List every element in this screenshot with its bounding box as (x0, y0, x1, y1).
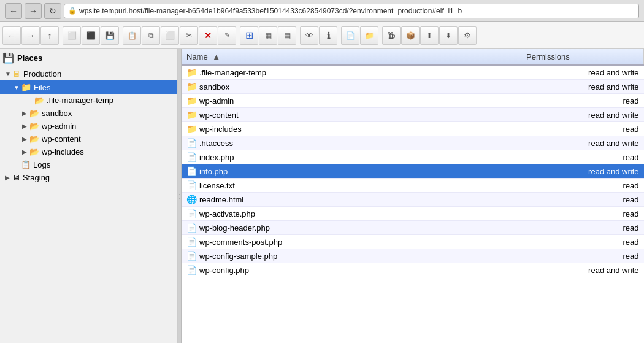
table-row[interactable]: 📁 sandbox read and write (182, 80, 644, 94)
sidebar-item-files[interactable]: ▼ 📁 Files (0, 80, 177, 94)
wpincludes-folder-icon: 📂 (29, 147, 39, 156)
table-row[interactable]: 📁 wp-content read and write (182, 108, 644, 122)
table-row[interactable]: 📄 wp-blog-header.php read (182, 221, 644, 235)
file-name-label: .htaccess (199, 139, 233, 148)
table-row[interactable]: 🌐 readme.html read (182, 193, 644, 207)
file-type-icon: 📁 (186, 96, 197, 106)
browser-nav-bar: ← → ↻ 🔒 wpsite.tempurl.host/file-manager… (0, 0, 644, 22)
file-list-panel: Name ▲ Permissions 📁 .file-manager-temp … (182, 49, 644, 343)
table-header-row: Name ▲ Permissions (182, 49, 644, 65)
tb-copy2-btn[interactable]: ⬜ (63, 26, 81, 45)
browser-back-button[interactable]: ← (5, 3, 22, 19)
file-type-icon: 📄 (186, 152, 197, 162)
sidebar-item-wp-includes[interactable]: ▶ 📂 wp-includes (0, 145, 177, 158)
tb-delete-btn[interactable]: ✕ (199, 26, 217, 45)
sidebar-item-production[interactable]: ▼ 🖥 Production (0, 67, 177, 80)
sort-arrow-icon: ▲ (212, 52, 220, 61)
file-name-cell: 📄 license.txt (182, 179, 521, 193)
name-col-resize[interactable] (518, 49, 521, 64)
file-name-label: wp-admin (199, 96, 234, 106)
tb-view-list-btn[interactable]: ▤ (278, 26, 296, 45)
sandbox-folder-icon: 📂 (29, 109, 39, 118)
address-bar[interactable]: 🔒 wpsite.tempurl.host/file-manager-b654d… (64, 4, 639, 18)
file-name-cell: 📄 wp-config-sample.php (182, 249, 521, 263)
tb-forward-btn[interactable]: → (21, 26, 40, 45)
sandbox-label: sandbox (42, 109, 72, 118)
tb-cut2-btn[interactable]: ✂ (180, 26, 198, 45)
sidebar-item-logs[interactable]: 📋 Logs (0, 158, 177, 171)
tb-unarchive-btn[interactable]: 📦 (401, 26, 420, 45)
file-permissions-cell: read (521, 235, 644, 249)
table-row[interactable]: 📄 info.php read and write (182, 164, 644, 179)
tb-new-file-btn[interactable]: 📄 (341, 26, 359, 45)
tb-archive-btn[interactable]: 🗜 (382, 26, 401, 45)
tb-preview-btn[interactable]: 👁 (300, 26, 318, 45)
tb-view-icons-btn[interactable]: ⊞ (240, 26, 258, 45)
file-permissions-cell: read and write (521, 65, 644, 80)
extra-toolbar-group: 👁 ℹ (300, 26, 337, 45)
url-text: wpsite.tempurl.host/file-manager-b654de1… (79, 7, 462, 15)
sidebar-item-file-manager-temp[interactable]: 📂 .file-manager-temp (0, 94, 177, 107)
tb-copy-btn[interactable]: ⧉ (142, 26, 160, 45)
toolbar: ← → ↑ ⬜ ⬛ 💾 📋 ⧉ ⬜ ✂ ✕ ✎ ⊞ ▦ ▤ 👁 ℹ 📄 📁 🗜 … (0, 22, 644, 49)
file-permissions-cell: read and write (521, 80, 644, 94)
table-row[interactable]: 📄 wp-comments-post.php read (182, 235, 644, 249)
table-row[interactable]: 📄 license.txt read (182, 179, 644, 193)
file-type-icon: 📄 (186, 166, 197, 176)
tb-info-btn[interactable]: ℹ (319, 26, 337, 45)
file-name-cell: 📁 wp-content (182, 108, 521, 122)
wpadmin-folder-icon: 📂 (29, 121, 39, 131)
tb-cut-btn[interactable]: 📋 (123, 26, 141, 45)
fmt-folder-icon: 📂 (34, 96, 44, 105)
tb-save-btn[interactable]: 💾 (101, 26, 119, 45)
main-layout: 💾 Places ▼ 🖥 Production ▼ 📁 Files 📂 .fil… (0, 49, 644, 343)
permissions-column-header[interactable]: Permissions (521, 49, 644, 65)
logs-arrow (13, 161, 20, 168)
staging-arrow: ▶ (5, 174, 11, 181)
wpcontent-folder-icon: 📂 (29, 134, 39, 144)
table-row[interactable]: 📄 wp-config.php read and write (182, 263, 644, 277)
tb-paste-btn[interactable]: ⬜ (161, 26, 179, 45)
file-name-label: wp-includes (199, 125, 242, 134)
file-type-icon: 📁 (186, 82, 197, 91)
file-name-label: info.php (199, 167, 228, 176)
staging-label: Staging (23, 173, 50, 182)
browser-forward-button[interactable]: → (25, 3, 42, 19)
file-permissions-cell: read and write (521, 263, 644, 277)
file-permissions-cell: read and write (521, 164, 644, 179)
file-name-cell: 📄 info.php (182, 164, 521, 179)
sidebar-item-wp-admin[interactable]: ▶ 📂 wp-admin (0, 120, 177, 133)
table-row[interactable]: 📄 wp-activate.php read (182, 207, 644, 221)
tb-view-small-btn[interactable]: ▦ (259, 26, 277, 45)
nav-toolbar-group: ← → ↑ (2, 26, 59, 45)
logs-label: Logs (33, 160, 50, 169)
tb-upload-btn[interactable]: ⬆ (420, 26, 439, 45)
table-row[interactable]: 📄 index.php read (182, 150, 644, 164)
file-permissions-cell: read and write (521, 108, 644, 122)
tb-back-btn[interactable]: ← (2, 26, 21, 45)
table-row[interactable]: 📁 wp-admin read (182, 94, 644, 108)
places-label: Places (17, 53, 42, 63)
table-row[interactable]: 📄 wp-config-sample.php read (182, 249, 644, 263)
file-name-label: sandbox (199, 82, 229, 91)
table-row[interactable]: 📄 .htaccess read and write (182, 136, 644, 150)
tb-settings-btn[interactable]: ⚙ (458, 26, 477, 45)
name-column-header[interactable]: Name ▲ (182, 49, 521, 65)
sidebar-item-sandbox[interactable]: ▶ 📂 sandbox (0, 107, 177, 120)
table-row[interactable]: 📁 .file-manager-temp read and write (182, 65, 644, 80)
tb-paste2-btn[interactable]: ⬛ (82, 26, 100, 45)
tb-rename-btn[interactable]: ✎ (218, 26, 236, 45)
wp-includes-label: wp-includes (42, 147, 84, 156)
secure-icon: 🔒 (68, 7, 77, 15)
sidebar-item-wp-content[interactable]: ▶ 📂 wp-content (0, 133, 177, 145)
file-name-cell: 📄 .htaccess (182, 136, 521, 150)
tb-new-folder-btn[interactable]: 📁 (360, 26, 378, 45)
tb-download-btn[interactable]: ⬇ (439, 26, 458, 45)
browser-reload-button[interactable]: ↻ (44, 3, 61, 19)
wpadmin-arrow: ▶ (22, 123, 28, 129)
file-name-label: license.txt (199, 181, 235, 190)
sidebar-item-staging[interactable]: ▶ 🖥 Staging (0, 171, 177, 184)
file-name-cell: 📄 wp-config.php (182, 263, 521, 277)
table-row[interactable]: 📁 wp-includes read (182, 122, 644, 136)
tb-up-btn[interactable]: ↑ (40, 26, 59, 45)
